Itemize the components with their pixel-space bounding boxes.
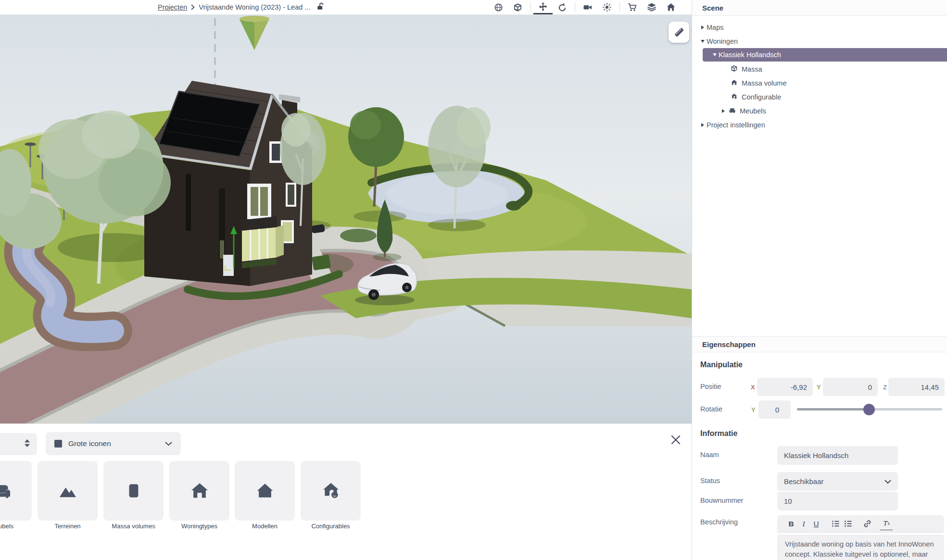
ordered-list-icon[interactable]: [829, 518, 842, 530]
tree-item-label: Woningen: [707, 37, 738, 45]
sidebar: Scene Maps Woningen Klassiek Hollandsch …: [692, 0, 947, 560]
information-section-title: Informatie: [700, 429, 737, 438]
tile-label: Massa volumes: [103, 523, 164, 530]
layers-icon[interactable]: [642, 0, 661, 14]
tree-item-label: Massa volume: [742, 79, 786, 87]
library-tile-terreinen[interactable]: [38, 461, 98, 521]
tile-label: Woningtypes: [169, 523, 229, 530]
icon-size-label: Grote iconen: [68, 439, 159, 448]
building-number-label: Bouwnummer: [700, 497, 743, 504]
caret-right-icon[interactable]: [722, 109, 725, 113]
tree-item-label: Project instellingen: [707, 121, 765, 129]
3d-viewport[interactable]: [0, 14, 692, 423]
home-gear-icon: [731, 93, 738, 101]
status-label: Status: [700, 477, 720, 485]
bold-button[interactable]: B: [785, 518, 797, 530]
clear-formatting-icon[interactable]: Tx: [880, 517, 893, 530]
properties-panel-header: Eigenschappen: [692, 336, 947, 352]
rotate-icon[interactable]: [553, 0, 572, 14]
ruler-icon: [673, 26, 685, 38]
name-label: Naam: [700, 451, 719, 459]
tree-item-configurable[interactable]: Configurable: [692, 90, 947, 104]
status-select[interactable]: Beschikbaar: [777, 472, 898, 491]
square-icon: [54, 440, 62, 448]
italic-button[interactable]: I: [797, 518, 810, 530]
tree-item-label: Meubels: [740, 107, 766, 115]
chevron-right-icon: [191, 4, 195, 10]
tree-item-klassiek-hollandsch[interactable]: Klassiek Hollandsch: [703, 48, 947, 62]
tree-item-woningen[interactable]: Woningen: [692, 34, 947, 48]
tree-item-maps[interactable]: Maps: [692, 20, 947, 34]
globe-icon[interactable]: [489, 0, 508, 14]
rotation-y-input[interactable]: [758, 400, 791, 419]
tree-item-massa-volume[interactable]: Massa volume: [692, 76, 947, 90]
close-library-button[interactable]: [669, 434, 683, 448]
caret-down-icon[interactable]: [713, 53, 717, 56]
axis-z-label: Z: [883, 384, 887, 391]
position-z-input[interactable]: [888, 378, 945, 396]
home-icon[interactable]: [661, 0, 681, 14]
unordered-list-icon[interactable]: [842, 518, 854, 530]
chevron-down-icon: [884, 477, 891, 485]
library-tile-configurables[interactable]: [301, 461, 361, 521]
tree-item-meubels[interactable]: Meubels: [692, 104, 947, 118]
building-number-input[interactable]: [777, 492, 898, 510]
measure-tool-button[interactable]: [669, 22, 689, 43]
couch-icon: [729, 107, 736, 115]
toolbar-separator: [575, 2, 575, 12]
library-panel: Grote iconen: [0, 423, 692, 560]
rotation-slider-thumb[interactable]: [863, 404, 875, 415]
rotation-label: Rotatie: [700, 405, 722, 413]
app-window: Projecten Vrijstaande Woning (2023) - Le…: [0, 0, 947, 560]
manipulation-section-title: Manipulatie: [700, 361, 743, 369]
toolbar: [489, 0, 681, 14]
home-icon: [731, 79, 738, 87]
house-gear-icon: [321, 481, 341, 501]
name-input[interactable]: [777, 446, 898, 465]
position-y-input[interactable]: [823, 378, 878, 396]
position-x-input[interactable]: [757, 378, 813, 396]
3d-scene-render: [0, 14, 692, 423]
cart-icon[interactable]: [623, 0, 642, 14]
caret-down-icon[interactable]: [701, 40, 705, 43]
cube-icon[interactable]: [508, 0, 527, 14]
description-editor[interactable]: Vrijstaande woning op basis van het Inno…: [777, 535, 944, 560]
breadcrumb-projects-link[interactable]: Projecten: [158, 3, 187, 11]
scene-panel-title: Scene: [702, 4, 723, 12]
sun-icon[interactable]: [597, 0, 617, 14]
breadcrumb: Projecten Vrijstaande Woning (2023) - Le…: [158, 0, 324, 14]
tree-item-project-instellingen[interactable]: Project instellingen: [692, 118, 947, 132]
house-icon: [255, 481, 275, 501]
icon-size-select[interactable]: Grote iconen: [46, 432, 181, 455]
caret-right-icon[interactable]: [701, 123, 704, 127]
tile-label: Modellen: [235, 523, 295, 530]
description-toolbar: B I U Tx: [777, 515, 944, 533]
link-icon[interactable]: [861, 518, 873, 530]
status-value: Beschikbaar: [784, 477, 884, 485]
chevron-down-icon: [165, 439, 172, 448]
rotation-axis-label: Y: [751, 406, 756, 413]
tree-item-label: Configurable: [742, 93, 781, 101]
sort-icon: [24, 439, 30, 449]
tree-item-label: Maps: [707, 24, 723, 31]
breadcrumb-current: Vrijstaande Woning (2023) - Lead ...: [199, 3, 310, 11]
sort-select[interactable]: [0, 433, 37, 455]
library-tile-modellen[interactable]: [235, 461, 295, 521]
topbar: Projecten Vrijstaande Woning (2023) - Le…: [0, 0, 692, 15]
video-camera-icon[interactable]: [578, 0, 597, 14]
library-tile-woningtypes[interactable]: [169, 461, 229, 521]
library-tile-massa-volumes[interactable]: [103, 461, 164, 521]
cube-icon: [731, 65, 738, 74]
tile-label: Configurables: [301, 523, 361, 530]
tile-label: Terreinen: [38, 523, 98, 530]
rounded-square-icon: [124, 481, 144, 501]
lock-open-icon[interactable]: [316, 2, 324, 12]
underline-button[interactable]: U: [810, 518, 822, 530]
tree-item-massa[interactable]: Massa: [692, 62, 947, 76]
axis-x-label: X: [751, 384, 755, 391]
library-tile-meubels[interactable]: [0, 461, 32, 521]
couch-icon: [0, 481, 12, 501]
caret-right-icon[interactable]: [701, 25, 704, 29]
move-icon[interactable]: [533, 0, 553, 14]
scene-panel-header: Scene: [692, 0, 947, 16]
